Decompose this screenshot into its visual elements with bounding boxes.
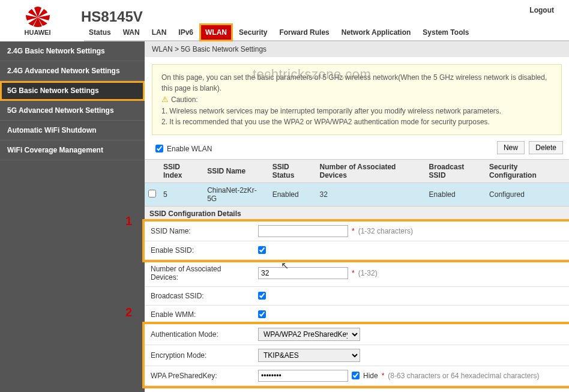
sidebar-wifi-shutdown[interactable]: Automatic WiFi Shutdown [0, 121, 145, 140]
psk-input[interactable] [258, 370, 348, 382]
sidebar-5g-advanced[interactable]: 5G Advanced Network Settings [0, 101, 145, 121]
broadcast-ssid-checkbox[interactable] [258, 292, 266, 300]
annotation-1: 1 [125, 214, 132, 228]
breadcrumb: WLAN > 5G Basic Network Settings [145, 41, 569, 57]
th-broadcast: Broadcast SSID [426, 159, 486, 182]
cell-index: 5 [160, 182, 203, 206]
notice-caution: Caution: [171, 94, 198, 105]
notice-line3: 2. It is recommended that you use the WP… [161, 116, 552, 127]
auth-mode-label: Authentication Mode: [145, 325, 256, 343]
table-row[interactable]: 5 ChinaNet-2zKr-5G Enabled 32 Enabled Co… [145, 182, 569, 206]
notice-line1: On this page, you can set the basic para… [161, 72, 552, 94]
sidebar: 2.4G Basic Network Settings 2.4G Advance… [0, 41, 145, 392]
cell-name: ChinaNet-2zKr-5G [203, 182, 269, 206]
cell-broadcast: Enabled [426, 182, 486, 206]
num-devices-input[interactable] [258, 267, 348, 279]
enable-wmm-label: Enable WMM: [145, 306, 256, 324]
cell-devices: 32 [316, 182, 425, 206]
ssid-name-hint: (1-32 characters) [358, 227, 413, 235]
logout-link[interactable]: Logout [529, 6, 554, 14]
enable-wmm-checkbox[interactable] [258, 310, 266, 318]
psk-hide-checkbox[interactable] [352, 372, 360, 379]
sidebar-24g-basic[interactable]: 2.4G Basic Network Settings [0, 41, 145, 61]
warning-icon: ⚠ [161, 94, 169, 106]
auth-mode-select[interactable]: WPA/WPA2 PreSharedKey [258, 328, 360, 341]
highlight-group-2: Authentication Mode: WPA/WPA2 PreSharedK… [145, 324, 569, 386]
psk-hint: (8-63 characters or 64 hexadecimal chara… [388, 372, 539, 380]
annotation-2: 2 [125, 306, 132, 319]
rekey-label: WPA Group Key Regeneration Interval: [145, 386, 256, 393]
psk-hide-label: Hide [363, 372, 378, 380]
ssid-name-input[interactable] [258, 225, 348, 237]
sidebar-5g-basic[interactable]: 5G Basic Network Settings [0, 81, 145, 101]
notice-box: On this page, you can set the basic para… [152, 64, 562, 135]
broadcast-ssid-label: Broadcast SSID: [145, 287, 256, 305]
brand-text: HUAWEI [25, 29, 51, 36]
model-name: HS8145V [81, 8, 143, 25]
th-ssid-status: SSID Status [269, 159, 316, 182]
th-assoc-devices: Number of Associated Devices [316, 159, 425, 182]
content-area: techtrickszone.com WLAN > 5G Basic Netwo… [145, 41, 569, 392]
notice-line2: 1. Wireless network services may be inte… [161, 106, 552, 116]
enc-mode-label: Encryption Mode: [145, 346, 256, 364]
num-devices-label: Number of Associated Devices: [145, 260, 256, 286]
enable-ssid-label: Enable SSID: [145, 241, 256, 259]
th-security: Security Configuration [486, 159, 569, 182]
enable-wlan-label: Enable WLAN [167, 145, 212, 153]
section-title: SSID Configuration Details [145, 206, 569, 222]
enable-ssid-checkbox[interactable] [258, 246, 266, 254]
num-devices-hint: (1-32) [358, 269, 378, 277]
header: HUAWEI HS8145V Logout [0, 0, 569, 38]
cell-status: Enabled [269, 182, 316, 206]
huawei-logo-icon [20, 7, 56, 28]
logo: HUAWEI [9, 5, 66, 38]
psk-label: WPA PreSharedKey: [145, 367, 256, 385]
enable-wlan-checkbox[interactable] [155, 145, 163, 152]
ssid-table: SSID Index SSID Name SSID Status Number … [145, 159, 569, 206]
new-button[interactable]: New [497, 141, 525, 154]
cell-security: Configured [486, 182, 569, 206]
highlight-group-1: SSID Name: *(1-32 characters) Enable SSI… [145, 222, 569, 260]
th-ssid-name: SSID Name [203, 159, 269, 182]
sidebar-wifi-coverage[interactable]: WiFi Coverage Management [0, 140, 145, 160]
delete-button[interactable]: Delete [529, 141, 563, 154]
row-checkbox[interactable] [148, 190, 156, 198]
enc-mode-select[interactable]: TKIP&AES [258, 349, 360, 362]
th-ssid-index: SSID Index [160, 159, 203, 182]
sidebar-24g-advanced[interactable]: 2.4G Advanced Network Settings [0, 61, 145, 81]
ssid-name-label: SSID Name: [145, 222, 256, 240]
